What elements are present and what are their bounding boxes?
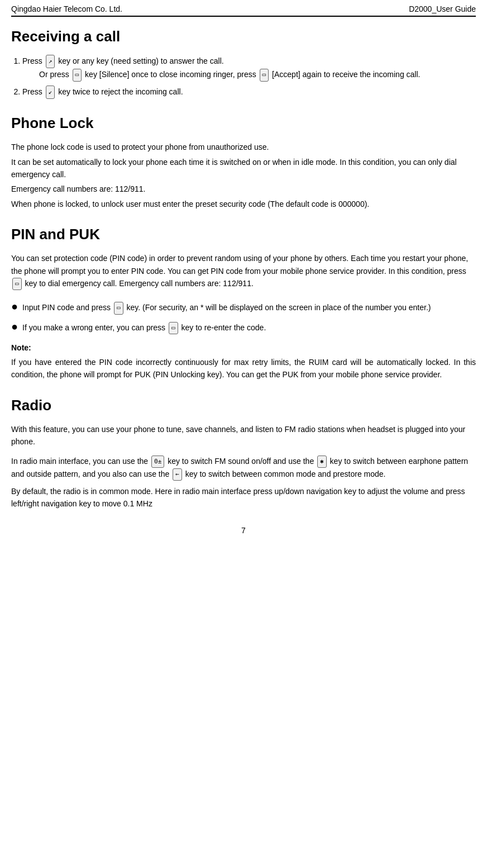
phone-lock-para2: It can be set automatically to lock your… [11,156,476,181]
receiving-step-2: Press ↙ key twice to reject the incoming… [22,85,476,99]
section-phone-lock: Phone Lock The phone lock code is used t… [11,115,476,210]
section-receiving-a-call: Receiving a call Press ↗ key or any key … [11,28,476,99]
page-number: 7 [11,526,476,535]
pin-bullet-1: ● Input PIN code and press ▭ key. (For s… [11,301,476,315]
pin-bullet-2: ● If you make a wrong enter, you can pre… [11,321,476,335]
emergency-key-icon: ▭ [12,278,22,290]
pin-puk-note: Note: If you have entered the PIN code i… [11,341,476,381]
radio-onoff-key-icon: 0± [151,456,164,468]
phone-lock-para3: Emergency call numbers are: 112/911. [11,183,476,195]
radio-mode-key-icon: ← [173,468,182,481]
step1-text-a: key or any key (need setting) to answer … [58,56,223,65]
section-title-phone-lock: Phone Lock [11,115,476,132]
bullet-2-text: If you make a wrong enter, you can press… [22,321,476,335]
note-label: Note: [11,341,476,354]
pin-puk-para1: You can set protection code (PIN code) i… [11,252,476,290]
radio-para2: In radio main interface, you can use the… [11,455,476,481]
radio-pattern-key-icon: ✱ [317,456,327,468]
step1-press-label: Press [22,56,45,65]
bullet-dot-2: ● [11,320,18,333]
header-left: Qingdao Haier Telecom Co. Ltd. [11,4,122,13]
section-title-radio: Radio [11,397,476,414]
section-pin-puk: PIN and PUK You can set protection code … [11,226,476,381]
pin-enter-key-icon: ▭ [114,302,123,315]
radio-para3: By default, the radio is in common mode.… [11,485,476,510]
radio-para1: With this feature, you can use your phon… [11,423,476,448]
phone-lock-para4: When phone is locked, to unlock user mus… [11,198,476,210]
phone-lock-para1: The phone lock code is used to protect y… [11,141,476,153]
reject-key-icon: ↙ [46,86,55,99]
bullet-dot-1: ● [11,300,18,313]
receiving-step-1: Press ↗ key or any key (need setting) to… [22,54,476,82]
note-text: If you have entered the PIN code incorre… [11,356,476,381]
bullet-1-text: Input PIN code and press ▭ key. (For sec… [22,301,476,315]
step1-line2: Or press ▭ key [Silence] once to close i… [39,68,476,82]
step2-press-label: Press [22,87,45,96]
accept-key-icon: ▭ [260,69,269,82]
silence-key-icon: ▭ [73,69,82,82]
section-title-receiving: Receiving a call [11,28,476,45]
page-header: Qingdao Haier Telecom Co. Ltd. D2000_Use… [11,0,476,17]
answer-key-icon: ↗ [46,55,55,68]
reenter-key-icon: ▭ [169,322,178,335]
receiving-steps-list: Press ↗ key or any key (need setting) to… [22,54,476,99]
section-title-pin-puk: PIN and PUK [11,226,476,243]
section-radio: Radio With this feature, you can use you… [11,397,476,510]
step2-text: key twice to reject the incoming call. [58,87,183,96]
header-right: D2000_User Guide [409,4,476,13]
